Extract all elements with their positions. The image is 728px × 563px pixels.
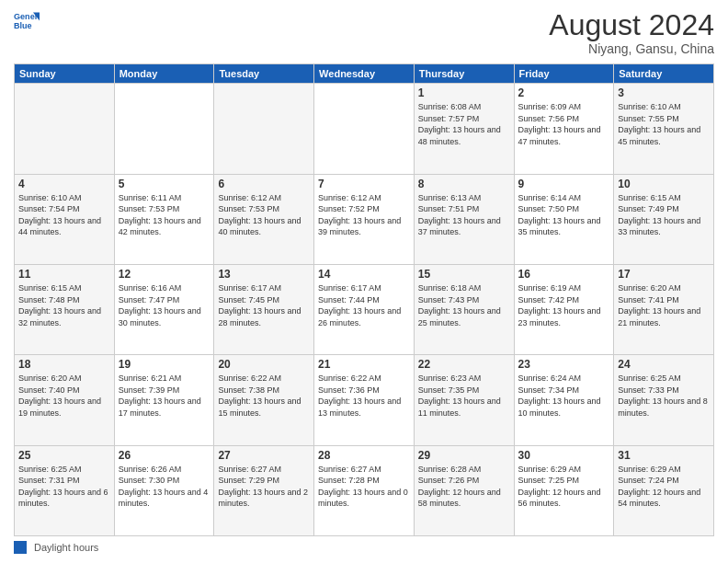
sub-title: Niyang, Gansu, China [549,41,714,56]
calendar-day-cell: 24Sunrise: 6:25 AM Sunset: 7:33 PM Dayli… [614,355,714,445]
day-number: 20 [218,358,310,371]
day-info: Sunrise: 6:11 AM Sunset: 7:53 PM Dayligh… [119,192,210,238]
day-info: Sunrise: 6:10 AM Sunset: 7:55 PM Dayligh… [618,101,710,147]
day-number: 11 [18,268,110,281]
day-number: 19 [119,358,210,371]
calendar-day-cell: 9Sunrise: 6:14 AM Sunset: 7:50 PM Daylig… [514,174,614,264]
day-number: 21 [318,358,410,371]
day-number: 26 [119,449,210,462]
day-info: Sunrise: 6:16 AM Sunset: 7:47 PM Dayligh… [119,282,210,328]
day-info: Sunrise: 6:18 AM Sunset: 7:43 PM Dayligh… [418,282,510,328]
calendar-day-cell: 23Sunrise: 6:24 AM Sunset: 7:34 PM Dayli… [514,355,614,445]
calendar-header-thursday: Thursday [414,64,514,84]
day-info: Sunrise: 6:23 AM Sunset: 7:35 PM Dayligh… [418,373,510,419]
day-number: 7 [318,178,410,190]
day-info: Sunrise: 6:19 AM Sunset: 7:42 PM Dayligh… [518,282,610,328]
calendar-day-cell: 13Sunrise: 6:17 AM Sunset: 7:45 PM Dayli… [214,264,314,354]
main-title: August 2024 [549,9,714,41]
day-number: 15 [418,268,510,281]
calendar-day-cell: 8Sunrise: 6:13 AM Sunset: 7:51 PM Daylig… [414,174,514,264]
day-number: 5 [119,178,210,190]
day-number: 29 [418,449,510,462]
calendar-week-row: 1Sunrise: 6:08 AM Sunset: 7:57 PM Daylig… [15,84,714,174]
day-info: Sunrise: 6:12 AM Sunset: 7:52 PM Dayligh… [318,192,410,238]
header: General Blue August 2024 Niyang, Gansu, … [14,9,714,56]
calendar-day-cell: 15Sunrise: 6:18 AM Sunset: 7:43 PM Dayli… [414,264,514,354]
day-number: 23 [518,358,610,371]
calendar-day-cell: 10Sunrise: 6:15 AM Sunset: 7:49 PM Dayli… [614,174,714,264]
day-number: 30 [518,449,610,462]
legend-color-box [14,541,27,554]
day-number: 2 [518,86,610,99]
day-info: Sunrise: 6:15 AM Sunset: 7:48 PM Dayligh… [18,282,110,328]
legend-label: Daylight hours [34,542,98,553]
day-info: Sunrise: 6:17 AM Sunset: 7:44 PM Dayligh… [318,282,410,328]
calendar-header-saturday: Saturday [614,64,714,84]
calendar-day-cell: 3Sunrise: 6:10 AM Sunset: 7:55 PM Daylig… [614,84,714,174]
day-number: 1 [418,86,510,99]
day-number: 28 [318,449,410,462]
day-number: 13 [218,268,310,281]
calendar-header-row: SundayMondayTuesdayWednesdayThursdayFrid… [15,64,714,84]
calendar-day-cell: 2Sunrise: 6:09 AM Sunset: 7:56 PM Daylig… [514,84,614,174]
calendar-day-cell: 22Sunrise: 6:23 AM Sunset: 7:35 PM Dayli… [414,355,514,445]
day-number: 22 [418,358,510,371]
svg-text:Blue: Blue [14,21,32,30]
calendar-day-cell: 19Sunrise: 6:21 AM Sunset: 7:39 PM Dayli… [114,355,214,445]
calendar-day-cell [214,84,314,174]
calendar-day-cell: 6Sunrise: 6:12 AM Sunset: 7:53 PM Daylig… [214,174,314,264]
calendar-day-cell: 25Sunrise: 6:25 AM Sunset: 7:31 PM Dayli… [15,445,115,535]
calendar-day-cell [15,84,115,174]
calendar-day-cell: 5Sunrise: 6:11 AM Sunset: 7:53 PM Daylig… [114,174,214,264]
day-info: Sunrise: 6:08 AM Sunset: 7:57 PM Dayligh… [418,101,510,147]
day-info: Sunrise: 6:25 AM Sunset: 7:33 PM Dayligh… [618,373,710,419]
calendar-day-cell: 4Sunrise: 6:10 AM Sunset: 7:54 PM Daylig… [15,174,115,264]
title-block: August 2024 Niyang, Gansu, China [549,9,714,56]
day-info: Sunrise: 6:14 AM Sunset: 7:50 PM Dayligh… [518,192,610,238]
calendar-day-cell: 30Sunrise: 6:29 AM Sunset: 7:25 PM Dayli… [514,445,614,535]
calendar-week-row: 11Sunrise: 6:15 AM Sunset: 7:48 PM Dayli… [15,264,714,354]
calendar-header-wednesday: Wednesday [314,64,415,84]
calendar-day-cell [114,84,214,174]
calendar-week-row: 4Sunrise: 6:10 AM Sunset: 7:54 PM Daylig… [15,174,714,264]
day-number: 12 [119,268,210,281]
calendar-day-cell: 28Sunrise: 6:27 AM Sunset: 7:28 PM Dayli… [314,445,415,535]
calendar-day-cell [314,84,415,174]
calendar-day-cell: 17Sunrise: 6:20 AM Sunset: 7:41 PM Dayli… [614,264,714,354]
calendar-day-cell: 12Sunrise: 6:16 AM Sunset: 7:47 PM Dayli… [114,264,214,354]
day-number: 3 [618,86,710,99]
calendar-week-row: 25Sunrise: 6:25 AM Sunset: 7:31 PM Dayli… [15,445,714,535]
calendar-day-cell: 20Sunrise: 6:22 AM Sunset: 7:38 PM Dayli… [214,355,314,445]
calendar-day-cell: 1Sunrise: 6:08 AM Sunset: 7:57 PM Daylig… [414,84,514,174]
day-info: Sunrise: 6:15 AM Sunset: 7:49 PM Dayligh… [618,192,710,238]
day-info: Sunrise: 6:27 AM Sunset: 7:28 PM Dayligh… [318,464,410,510]
calendar-day-cell: 29Sunrise: 6:28 AM Sunset: 7:26 PM Dayli… [414,445,514,535]
day-number: 4 [18,178,110,190]
day-info: Sunrise: 6:27 AM Sunset: 7:29 PM Dayligh… [218,464,310,510]
logo-icon: General Blue [14,9,40,35]
day-number: 17 [618,268,710,281]
calendar-day-cell: 18Sunrise: 6:20 AM Sunset: 7:40 PM Dayli… [15,355,115,445]
day-info: Sunrise: 6:26 AM Sunset: 7:30 PM Dayligh… [119,464,210,510]
day-info: Sunrise: 6:20 AM Sunset: 7:40 PM Dayligh… [18,373,110,419]
calendar-day-cell: 21Sunrise: 6:22 AM Sunset: 7:36 PM Dayli… [314,355,415,445]
day-info: Sunrise: 6:29 AM Sunset: 7:24 PM Dayligh… [618,464,710,510]
day-info: Sunrise: 6:20 AM Sunset: 7:41 PM Dayligh… [618,282,710,328]
day-info: Sunrise: 6:22 AM Sunset: 7:36 PM Dayligh… [318,373,410,419]
calendar-week-row: 18Sunrise: 6:20 AM Sunset: 7:40 PM Dayli… [15,355,714,445]
day-number: 9 [518,178,610,190]
footer: Daylight hours [14,541,714,554]
day-number: 18 [18,358,110,371]
calendar-header-friday: Friday [514,64,614,84]
day-number: 25 [18,449,110,462]
day-info: Sunrise: 6:28 AM Sunset: 7:26 PM Dayligh… [418,464,510,510]
day-number: 24 [618,358,710,371]
day-number: 6 [218,178,310,190]
day-info: Sunrise: 6:25 AM Sunset: 7:31 PM Dayligh… [18,464,110,510]
calendar-header-sunday: Sunday [15,64,115,84]
day-number: 16 [518,268,610,281]
calendar-day-cell: 31Sunrise: 6:29 AM Sunset: 7:24 PM Dayli… [614,445,714,535]
calendar-header-tuesday: Tuesday [214,64,314,84]
day-number: 10 [618,178,710,190]
day-info: Sunrise: 6:24 AM Sunset: 7:34 PM Dayligh… [518,373,610,419]
